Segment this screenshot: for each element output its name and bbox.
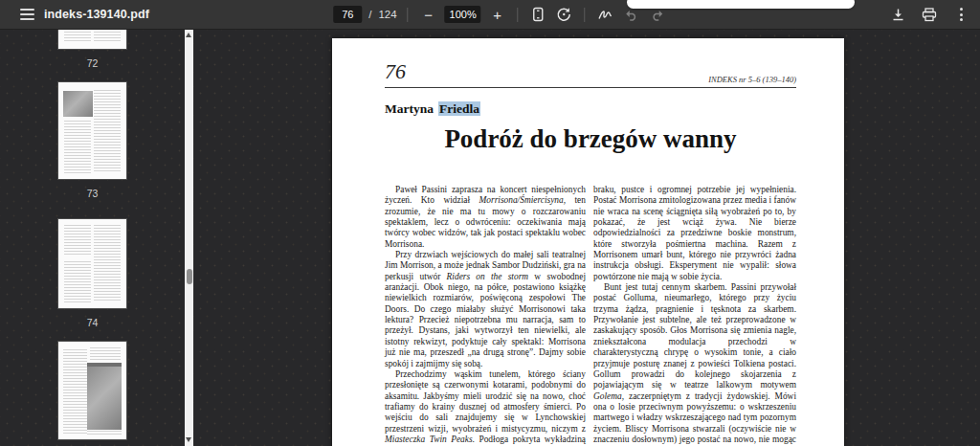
zoom-level-input[interactable]: 100% — [445, 6, 481, 23]
selected-text: Friedla — [438, 101, 480, 116]
page-number-input[interactable]: 76 — [333, 6, 362, 23]
rotate-counterclockwise-icon — [557, 7, 572, 22]
article-title: Podróż do brzegów wanny — [385, 124, 796, 154]
thumbnail-page-73[interactable] — [57, 81, 127, 180]
menu-button[interactable] — [13, 0, 40, 29]
hamburger-icon — [20, 9, 34, 11]
sidebar-scrollbar-thumb[interactable] — [187, 269, 192, 284]
page-divider: / — [368, 9, 371, 20]
fit-page-icon — [532, 7, 546, 22]
text-column-left: Paweł Passini zaprasza na koncert niespe… — [385, 185, 586, 446]
thumbnail-sidebar: 72 73 74 — [0, 29, 193, 446]
text-column-right: braku, pustce i ogromnej potrzebie jej w… — [593, 185, 796, 446]
pen-squiggle-icon — [598, 8, 613, 21]
paragraph: Bunt jest tutaj cennym skarbem. Passini … — [593, 282, 796, 446]
toolbar-center-controls: 76 / 124 − 100% + — [333, 0, 666, 29]
thumbnail-page-74[interactable] — [57, 218, 127, 309]
paragraph: Paweł Passini zaprasza na koncert niespe… — [385, 185, 586, 250]
zoom-in-button[interactable]: + — [488, 4, 507, 25]
thumbnail-label: 72 — [57, 57, 127, 69]
pdf-viewer-window: indeks-139140.pdf 76 / 124 − 100% + — [0, 0, 980, 446]
thumbnail-page-72[interactable] — [57, 29, 127, 50]
document-viewport[interactable]: 76 INDEKS nr 5–6 (139–140) MartynaFriedl… — [193, 29, 980, 446]
download-button[interactable] — [886, 4, 909, 25]
author-line: MartynaFriedla — [385, 101, 480, 117]
journal-reference: INDEKS nr 5–6 (139–140) — [708, 75, 796, 84]
toolbar-separator — [408, 8, 409, 22]
fit-page-button[interactable] — [529, 4, 548, 25]
pdf-page-76: 76 INDEKS nr 5–6 (139–140) MartynaFriedl… — [332, 38, 844, 446]
thumbnail-page-75[interactable] — [57, 341, 127, 440]
toolbar-separator — [585, 8, 586, 22]
paragraph: braku, pustce i ogromnej potrzebie jej w… — [593, 185, 796, 282]
printed-page-number: 76 — [385, 59, 406, 84]
download-icon — [891, 8, 905, 22]
scroll-down-arrow-icon[interactable] — [186, 437, 191, 442]
find-bar-popup[interactable] — [627, 0, 855, 9]
author-name: Martyna — [385, 101, 434, 116]
zoom-out-button[interactable]: − — [419, 4, 438, 25]
scroll-up-arrow-icon[interactable] — [186, 33, 191, 37]
page-total: 124 — [378, 9, 396, 20]
paragraph: Przy drzwiach wejściowych do małej sali … — [385, 250, 586, 369]
thumbnail-label: 73 — [57, 188, 127, 199]
paragraph: Przechodzimy wąskim tunelem, którego ści… — [385, 369, 586, 446]
toolbar-separator — [518, 8, 519, 22]
header-rule — [385, 87, 796, 88]
redo-arrow-icon — [650, 9, 664, 21]
thumbnail-label: 74 — [57, 317, 127, 328]
annotate-button[interactable] — [596, 4, 615, 25]
kebab-menu-icon — [960, 8, 963, 11]
print-button[interactable] — [918, 4, 941, 25]
toolbar-right-controls — [886, 0, 972, 29]
sidebar-scrollbar[interactable] — [185, 29, 193, 446]
document-filename: indeks-139140.pdf — [44, 0, 149, 29]
undo-arrow-icon — [624, 9, 638, 21]
more-options-button[interactable] — [949, 4, 972, 25]
printer-icon — [922, 8, 937, 22]
rotate-button[interactable] — [555, 4, 574, 25]
pdf-toolbar: indeks-139140.pdf 76 / 124 − 100% + — [0, 0, 980, 29]
